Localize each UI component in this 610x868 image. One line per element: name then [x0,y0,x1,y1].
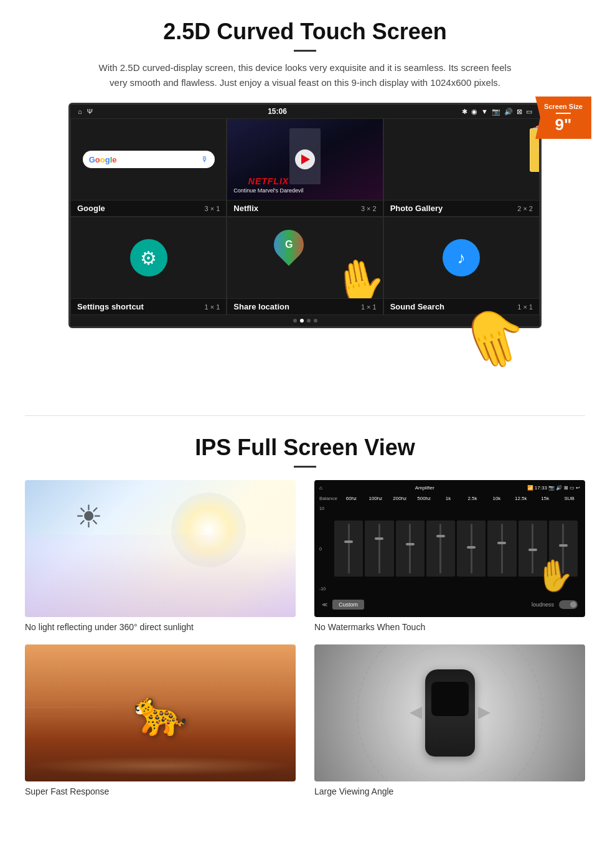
amp-top-bar: ⌂ Amplifier 📶 17:33 📷 🔊 ⊠ ▭ ↩ [319,485,580,491]
cheetah-emoji: 🐆 [133,687,187,738]
share-location-app-cell[interactable]: G 🤚 Share location 1 × 1 [227,217,383,315]
sunlight-visual: ☀ [25,480,296,617]
hand-pointing-icon: 🤚 [327,252,382,298]
photo-gallery-app-cell[interactable]: 🌸 Photo Gallery 2 × 2 [383,118,540,217]
amp-eq-scale: 100-10 [319,504,332,593]
amp-10k: 10k [486,496,507,501]
google-search-bar[interactable]: Google 🎙 [83,151,215,168]
section1-title: 2.5D Curved Touch Screen [37,19,573,45]
share-location-app-name: Share location [233,302,289,311]
share-location-app-size: 1 × 1 [361,303,377,311]
status-left-icons: ⌂ Ψ [78,108,93,115]
google-app-size: 3 × 1 [205,205,220,212]
x-icon: ⊠ [517,108,522,116]
section2-divider [294,466,316,468]
badge-size: 9" [540,116,586,133]
volume-icon: 🔊 [504,108,513,116]
amp-60hz: 60hz [340,496,362,501]
netflix-subtitle: Continue Marvel's Daredevil [233,187,303,194]
car-image [314,644,585,781]
sound-search-preview: ♪ [384,217,539,298]
section1-description: With 2.5D curved-display screen, this de… [93,60,517,90]
netflix-app-cell[interactable]: NETFLIX Continue Marvel's Daredevil Netf… [227,118,383,217]
amp-15k: 15k [534,496,556,501]
amp-12-5k: 12.5k [510,496,532,501]
sunlight-image: ☀ [25,480,296,617]
badge-divider [556,113,571,114]
amp-custom-button[interactable]: Custom [332,600,364,610]
settings-label-row: Settings shortcut 1 × 1 [71,298,226,314]
share-preview: G 🤚 [227,217,382,298]
window-icon: ▭ [526,108,532,116]
amp-loudness-toggle[interactable] [559,600,578,609]
google-label-row: Google 3 × 1 [71,200,226,216]
car-caption: Large Viewing Angle [314,786,585,796]
status-bar: ⌂ Ψ 15:06 ✱ ◉ ▼ 📷 🔊 ⊠ ▭ [70,105,540,118]
dot-2-active [300,319,304,323]
amp-balance-label: Balance [319,496,338,501]
settings-app-size: 1 × 1 [205,303,220,311]
car-visual [314,644,585,781]
status-time: 15:06 [268,107,287,116]
section1-divider [294,50,316,52]
amp-handle-8[interactable] [559,544,568,547]
amp-back-icon: ≪ [322,601,327,608]
mic-icon: 🎙 [201,155,209,164]
amp-500hz: 500hz [413,496,435,501]
google-preview: Google 🎙 [71,119,226,200]
usb-icon: Ψ [87,108,93,115]
amp-handle-6[interactable] [497,542,506,544]
amp-slider-6 [487,521,516,577]
wifi-icon: ▼ [481,108,488,115]
photo-gallery-label-row: Photo Gallery 2 × 2 [384,200,539,216]
amp-slider-4 [426,521,455,577]
amp-slider-2 [365,521,393,577]
gear-icon: ⚙ [140,247,157,269]
cheetah-image: 🐆 [25,644,296,781]
purple-haze [25,549,296,617]
amp-eq-container: 100-10 [319,504,580,593]
amp-slider-3 [396,521,425,577]
screen-size-badge: Screen Size 9" [535,97,591,139]
sunlight-caption: No light reflecting under 360° direct su… [25,622,296,632]
amp-1k: 1k [438,496,459,501]
amp-200hz: 200hz [389,496,411,501]
dust-cloud [25,757,296,775]
app-grid: Google 🎙 Google 3 × 1 [70,118,540,315]
sound-search-icon: ♪ [443,239,480,276]
car-top-view [425,669,475,757]
settings-preview: ⚙ [71,217,226,298]
netflix-preview: NETFLIX Continue Marvel's Daredevil [227,119,382,200]
amp-handle-1[interactable] [344,540,353,543]
settings-app-cell[interactable]: ⚙ Settings shortcut 1 × 1 [70,217,227,315]
feature-cheetah: 🐆 Super Fast Response [25,644,296,796]
car-arrow-right [478,707,490,719]
dot-4 [314,319,317,323]
amp-handle-2[interactable] [375,537,383,540]
netflix-app-name: Netflix [233,204,258,213]
netflix-label-row: Netflix 3 × 2 [227,200,382,216]
motion-line-1 [25,707,161,708]
home-icon: ⌂ [78,108,82,115]
amp-sub: SUB [558,496,580,501]
amp-loudness-label: loudness [369,601,554,608]
amp-handle-5[interactable] [467,546,476,549]
amplifier-image: ⌂ Amplifier 📶 17:33 📷 🔊 ⊠ ▭ ↩ Balance 60… [314,480,585,617]
photo-gallery-app-size: 2 × 2 [517,205,533,212]
amp-2-5k: 2.5k [462,496,484,501]
amp-home-icon: ⌂ [319,485,322,491]
feature-grid: ☀ No light reflecting under 360° direct … [25,480,585,796]
feature-car: Large Viewing Angle [314,644,585,796]
badge-label: Screen Size [540,103,586,110]
amp-handle-3[interactable] [406,543,415,545]
location-icon: ◉ [471,108,477,116]
feature-sunlight: ☀ No light reflecting under 360° direct … [25,480,296,632]
maps-pin-icon: G [268,224,310,266]
feature-amplifier: ⌂ Amplifier 📶 17:33 📷 🔊 ⊠ ▭ ↩ Balance 60… [314,480,585,632]
status-right-icons: ✱ ◉ ▼ 📷 🔊 ⊠ ▭ [462,108,532,116]
amp-handle-7[interactable] [528,549,537,551]
amp-handle-4[interactable] [436,535,445,537]
settings-app-name: Settings shortcut [77,302,144,311]
play-button[interactable] [295,149,315,169]
google-app-cell[interactable]: Google 🎙 Google 3 × 1 [70,118,227,217]
